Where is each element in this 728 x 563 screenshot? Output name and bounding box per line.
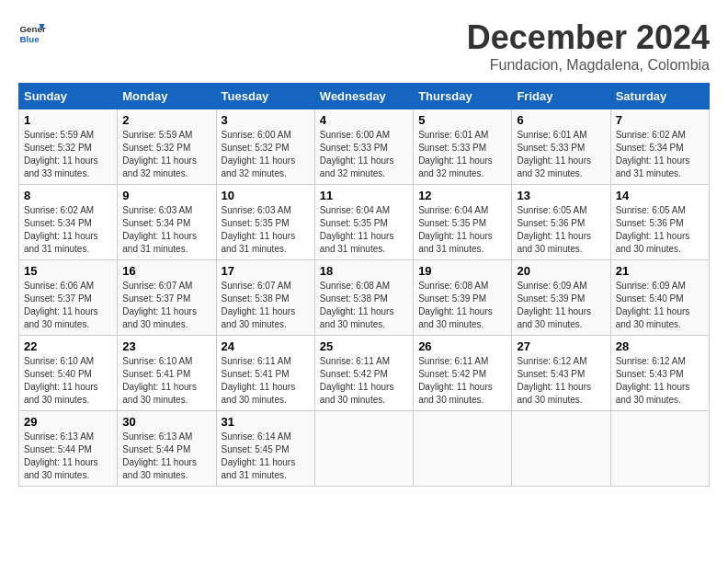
calendar-cell: 27 Sunrise: 6:12 AMSunset: 5:43 PMDaylig…: [512, 336, 610, 411]
day-info: Sunrise: 6:12 AMSunset: 5:43 PMDaylight:…: [616, 356, 690, 405]
calendar-cell: 11 Sunrise: 6:04 AMSunset: 5:35 PMDaylig…: [314, 185, 413, 260]
day-info: Sunrise: 6:02 AMSunset: 5:34 PMDaylight:…: [24, 205, 98, 254]
calendar-cell: 13 Sunrise: 6:05 AMSunset: 5:36 PMDaylig…: [512, 185, 610, 260]
calendar-cell: [610, 411, 709, 487]
logo-icon: General Blue: [18, 18, 46, 46]
day-info: Sunrise: 6:14 AMSunset: 5:45 PMDaylight:…: [222, 431, 296, 480]
day-info: Sunrise: 6:08 AMSunset: 5:38 PMDaylight:…: [320, 281, 394, 329]
title-block: December 2024 Fundacion, Magdalena, Colo…: [467, 18, 710, 74]
calendar-cell: 12 Sunrise: 6:04 AMSunset: 5:35 PMDaylig…: [414, 185, 512, 260]
col-saturday: Saturday: [610, 84, 709, 109]
day-info: Sunrise: 5:59 AMSunset: 5:32 PMDaylight:…: [24, 130, 98, 178]
day-info: Sunrise: 6:11 AMSunset: 5:42 PMDaylight:…: [320, 356, 394, 405]
day-info: Sunrise: 6:08 AMSunset: 5:39 PMDaylight:…: [418, 281, 493, 329]
calendar-cell: 19 Sunrise: 6:08 AMSunset: 5:39 PMDaylig…: [414, 260, 512, 336]
calendar-cell: 1 Sunrise: 5:59 AMSunset: 5:32 PMDayligh…: [19, 109, 118, 185]
day-number: 15: [24, 264, 112, 278]
day-info: Sunrise: 6:06 AMSunset: 5:37 PMDaylight:…: [24, 281, 98, 329]
day-number: 1: [24, 113, 112, 127]
day-number: 16: [122, 264, 210, 278]
day-info: Sunrise: 6:04 AMSunset: 5:35 PMDaylight:…: [418, 205, 493, 254]
col-thursday: Thursday: [414, 84, 512, 109]
calendar-week-row: 29 Sunrise: 6:13 AMSunset: 5:44 PMDaylig…: [19, 411, 710, 487]
day-info: Sunrise: 6:10 AMSunset: 5:41 PMDaylight:…: [122, 356, 197, 405]
day-number: 21: [616, 264, 704, 278]
calendar-cell: 26 Sunrise: 6:11 AMSunset: 5:42 PMDaylig…: [414, 336, 512, 411]
day-number: 9: [122, 189, 210, 202]
calendar-cell: 8 Sunrise: 6:02 AMSunset: 5:34 PMDayligh…: [19, 185, 118, 260]
day-info: Sunrise: 6:05 AMSunset: 5:36 PMDaylight:…: [517, 205, 591, 254]
day-info: Sunrise: 6:09 AMSunset: 5:40 PMDaylight:…: [616, 281, 690, 329]
calendar-cell: 6 Sunrise: 6:01 AMSunset: 5:33 PMDayligh…: [512, 109, 610, 185]
day-info: Sunrise: 5:59 AMSunset: 5:32 PMDaylight:…: [122, 130, 197, 178]
day-info: Sunrise: 6:12 AMSunset: 5:43 PMDaylight:…: [517, 356, 591, 405]
day-info: Sunrise: 6:10 AMSunset: 5:40 PMDaylight:…: [24, 356, 98, 405]
calendar-week-row: 1 Sunrise: 5:59 AMSunset: 5:32 PMDayligh…: [19, 109, 710, 185]
calendar-table: Sunday Monday Tuesday Wednesday Thursday…: [18, 83, 710, 487]
calendar-cell: [414, 411, 512, 487]
calendar-cell: 2 Sunrise: 5:59 AMSunset: 5:32 PMDayligh…: [118, 109, 216, 185]
day-info: Sunrise: 6:13 AMSunset: 5:44 PMDaylight:…: [24, 431, 98, 480]
day-info: Sunrise: 6:02 AMSunset: 5:34 PMDaylight:…: [616, 130, 690, 178]
calendar-cell: 28 Sunrise: 6:12 AMSunset: 5:43 PMDaylig…: [610, 336, 709, 411]
calendar-cell: 23 Sunrise: 6:10 AMSunset: 5:41 PMDaylig…: [118, 336, 216, 411]
day-number: 18: [320, 264, 408, 278]
day-number: 10: [222, 189, 310, 202]
day-info: Sunrise: 6:03 AMSunset: 5:34 PMDaylight:…: [122, 205, 197, 254]
col-wednesday: Wednesday: [314, 84, 413, 109]
day-info: Sunrise: 6:04 AMSunset: 5:35 PMDaylight:…: [320, 205, 394, 254]
calendar-cell: 4 Sunrise: 6:00 AMSunset: 5:33 PMDayligh…: [314, 109, 413, 185]
calendar-cell: 14 Sunrise: 6:05 AMSunset: 5:36 PMDaylig…: [610, 185, 709, 260]
day-number: 22: [24, 339, 112, 353]
col-sunday: Sunday: [19, 84, 118, 109]
calendar-cell: 24 Sunrise: 6:11 AMSunset: 5:41 PMDaylig…: [216, 336, 314, 411]
page-header: General Blue December 2024 Fundacion, Ma…: [18, 18, 710, 74]
calendar-cell: 3 Sunrise: 6:00 AMSunset: 5:32 PMDayligh…: [216, 109, 314, 185]
day-number: 12: [418, 189, 506, 202]
day-number: 14: [616, 189, 704, 202]
calendar-week-row: 8 Sunrise: 6:02 AMSunset: 5:34 PMDayligh…: [19, 185, 710, 260]
col-friday: Friday: [512, 84, 610, 109]
day-info: Sunrise: 6:07 AMSunset: 5:37 PMDaylight:…: [122, 281, 197, 329]
calendar-cell: 5 Sunrise: 6:01 AMSunset: 5:33 PMDayligh…: [414, 109, 512, 185]
day-number: 29: [24, 415, 112, 429]
day-number: 31: [222, 415, 310, 429]
calendar-cell: [314, 411, 413, 487]
calendar-cell: 20 Sunrise: 6:09 AMSunset: 5:39 PMDaylig…: [512, 260, 610, 336]
day-info: Sunrise: 6:11 AMSunset: 5:41 PMDaylight:…: [222, 356, 296, 405]
day-number: 19: [418, 264, 506, 278]
day-number: 3: [222, 113, 310, 127]
day-number: 30: [122, 415, 210, 429]
month-title: December 2024: [467, 18, 710, 57]
day-number: 17: [222, 264, 310, 278]
calendar-cell: 7 Sunrise: 6:02 AMSunset: 5:34 PMDayligh…: [610, 109, 709, 185]
day-info: Sunrise: 6:13 AMSunset: 5:44 PMDaylight:…: [122, 431, 197, 480]
day-number: 11: [320, 189, 408, 202]
day-number: 5: [418, 113, 506, 127]
day-number: 20: [517, 264, 605, 278]
calendar-cell: 22 Sunrise: 6:10 AMSunset: 5:40 PMDaylig…: [19, 336, 118, 411]
calendar-cell: 30 Sunrise: 6:13 AMSunset: 5:44 PMDaylig…: [118, 411, 216, 487]
calendar-week-row: 22 Sunrise: 6:10 AMSunset: 5:40 PMDaylig…: [19, 336, 710, 411]
day-info: Sunrise: 6:00 AMSunset: 5:33 PMDaylight:…: [320, 130, 394, 178]
day-info: Sunrise: 6:03 AMSunset: 5:35 PMDaylight:…: [222, 205, 296, 254]
day-info: Sunrise: 6:01 AMSunset: 5:33 PMDaylight:…: [418, 130, 493, 178]
col-monday: Monday: [118, 84, 216, 109]
day-number: 28: [616, 339, 704, 353]
day-number: 13: [517, 189, 605, 202]
calendar-cell: 25 Sunrise: 6:11 AMSunset: 5:42 PMDaylig…: [314, 336, 413, 411]
day-info: Sunrise: 6:00 AMSunset: 5:32 PMDaylight:…: [222, 130, 296, 178]
svg-text:Blue: Blue: [20, 34, 40, 44]
calendar-cell: 18 Sunrise: 6:08 AMSunset: 5:38 PMDaylig…: [314, 260, 413, 336]
calendar-cell: 9 Sunrise: 6:03 AMSunset: 5:34 PMDayligh…: [118, 185, 216, 260]
day-info: Sunrise: 6:09 AMSunset: 5:39 PMDaylight:…: [517, 281, 591, 329]
day-info: Sunrise: 6:01 AMSunset: 5:33 PMDaylight:…: [517, 130, 591, 178]
calendar-cell: 15 Sunrise: 6:06 AMSunset: 5:37 PMDaylig…: [19, 260, 118, 336]
calendar-cell: 31 Sunrise: 6:14 AMSunset: 5:45 PMDaylig…: [216, 411, 314, 487]
col-tuesday: Tuesday: [216, 84, 314, 109]
day-number: 7: [616, 113, 704, 127]
day-number: 23: [122, 339, 210, 353]
calendar-cell: 16 Sunrise: 6:07 AMSunset: 5:37 PMDaylig…: [118, 260, 216, 336]
day-number: 25: [320, 339, 408, 353]
calendar-cell: [512, 411, 610, 487]
